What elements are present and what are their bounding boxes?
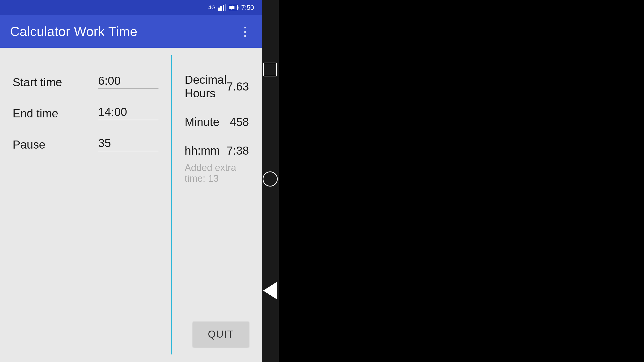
end-time-row: End time (13, 94, 158, 125)
quit-button[interactable]: QUIT (193, 322, 249, 347)
svg-rect-1 (220, 6, 222, 11)
end-time-input[interactable] (98, 104, 158, 120)
minute-row: Minute 458 (185, 105, 249, 134)
svg-rect-5 (237, 7, 238, 9)
minute-label: Minute (185, 115, 219, 129)
battery-icon (229, 5, 239, 11)
back-triangle-icon (263, 282, 277, 299)
decimal-hours-row: Decimal Hours 7.63 (185, 63, 249, 105)
end-time-label: End time (13, 107, 58, 120)
app-bar: Calculator Work Time ⋮ (0, 15, 262, 48)
more-menu-icon[interactable]: ⋮ (239, 24, 252, 38)
back-nav-button[interactable] (263, 282, 277, 299)
status-icons: 4G 7:50 (208, 4, 254, 12)
clock-display: 7:50 (241, 4, 254, 12)
svg-rect-0 (218, 8, 220, 11)
signal-bars-icon (218, 4, 226, 11)
svg-rect-3 (225, 4, 226, 11)
minute-value: 458 (230, 115, 249, 129)
app-title: Calculator Work Time (10, 24, 137, 39)
start-time-input[interactable] (98, 73, 158, 89)
signal-icon: 4G (208, 4, 216, 11)
decimal-hours-value: 7.63 (226, 80, 249, 93)
circle-nav-button[interactable] (263, 171, 278, 187)
hhmm-value: 7:38 (226, 144, 249, 157)
svg-rect-2 (223, 5, 224, 11)
status-bar: 4G 7:50 (0, 0, 262, 15)
nav-bar (262, 0, 279, 362)
extra-time-row: Added extra time: 13 (185, 162, 249, 184)
main-content: Start time End time Pause Decimal Hours (0, 48, 262, 362)
start-time-label: Start time (13, 75, 62, 89)
square-nav-button[interactable] (263, 63, 277, 76)
pause-label: Pause (13, 138, 45, 151)
hhmm-row: hh:mm 7:38 (185, 134, 249, 162)
start-time-row: Start time (13, 63, 158, 94)
right-panel: Decimal Hours 7.63 Minute 458 hh:mm 7:38… (172, 48, 262, 362)
device-border (279, 0, 387, 362)
extra-time-text: Added extra time: 13 (185, 160, 236, 184)
pause-row: Pause (13, 125, 158, 156)
square-icon (263, 63, 277, 76)
decimal-hours-label: Decimal Hours (185, 73, 226, 100)
left-panel: Start time End time Pause (0, 48, 171, 362)
hhmm-label: hh:mm (185, 144, 220, 157)
pause-input[interactable] (98, 135, 158, 151)
circle-icon (263, 171, 278, 187)
